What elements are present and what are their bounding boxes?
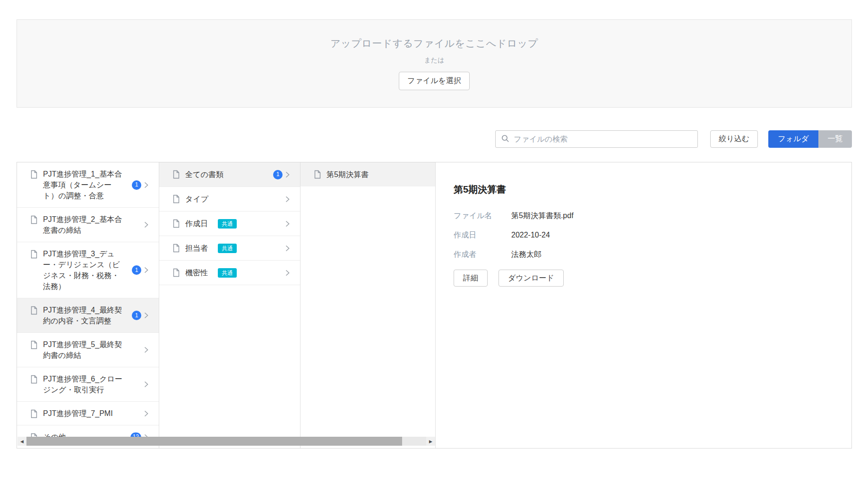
field-label-created-date: 作成日 — [454, 229, 511, 240]
folder-label: PJT進捗管理_2_基本合意書の締結 — [43, 214, 122, 236]
folder-label: PJT進捗管理_1_基本合意事項（タームシート）の調整・合意 — [43, 169, 122, 201]
document-icon — [30, 409, 38, 418]
category-label: 機密性 — [185, 267, 208, 278]
scroll-left-arrow-icon[interactable]: ◀ — [17, 437, 26, 446]
folder-label: PJT進捗管理_7_PMI — [43, 408, 122, 419]
chevron-right-icon — [285, 245, 290, 252]
chevron-right-icon — [144, 381, 148, 388]
scroll-right-arrow-icon[interactable]: ▶ — [426, 437, 435, 446]
category-item[interactable]: 機密性 共通 — [159, 261, 300, 285]
toolbar: 絞り込む フォルダ 一覧 — [495, 130, 852, 148]
folder-item[interactable]: PJT進捗管理_4_最終契約の内容・文言調整 1 — [17, 298, 159, 333]
scrollbar-thumb[interactable] — [26, 437, 402, 446]
folder-label: PJT進捗管理_3_デュー・デリジェンス（ビジネス・財務・税務・法務） — [43, 248, 122, 292]
file-item[interactable]: 第5期決算書 — [301, 162, 435, 186]
category-item[interactable]: 担当者 共通 — [159, 236, 300, 261]
folder-item[interactable]: PJT進捗管理_7_PMI — [17, 402, 159, 425]
field-label-author: 作成者 — [454, 249, 511, 260]
chevron-right-icon — [285, 220, 290, 227]
detail-field: ファイル名 第5期決算書類.pdf — [454, 210, 833, 221]
chevron-right-icon — [285, 196, 290, 203]
file-detail-fields: ファイル名 第5期決算書類.pdf 作成日 2022-10-24 作成者 法務太… — [454, 210, 833, 260]
horizontal-scrollbar[interactable]: ◀ ▶ — [17, 437, 435, 446]
detail-field: 作成者 法務太郎 — [454, 249, 833, 260]
document-icon — [30, 215, 38, 224]
folder-item[interactable]: PJT進捗管理_5_最終契約書の締結 — [17, 333, 159, 367]
download-button[interactable]: ダウンロード — [498, 270, 564, 287]
folder-item[interactable]: PJT進捗管理_2_基本合意書の締結 — [17, 208, 159, 242]
category-label: タイプ — [185, 194, 208, 204]
count-badge: 1 — [132, 311, 141, 320]
document-icon — [172, 170, 180, 179]
folder-item[interactable]: PJT進捗管理_1_基本合意事項（タームシート）の調整・合意 1 — [17, 162, 159, 208]
folder-column: PJT進捗管理_1_基本合意事項（タームシート）の調整・合意 1 PJT進捗管理… — [17, 162, 159, 448]
category-item[interactable]: 全ての書類 1 — [159, 162, 300, 187]
chevron-right-icon — [144, 267, 148, 273]
category-item[interactable]: タイプ — [159, 187, 300, 212]
document-icon — [172, 219, 180, 228]
file-browser: PJT進捗管理_1_基本合意事項（タームシート）の調整・合意 1 PJT進捗管理… — [17, 162, 852, 449]
file-detail-panel: 第5期決算書 ファイル名 第5期決算書類.pdf 作成日 2022-10-24 … — [436, 162, 851, 448]
common-tag: 共通 — [218, 268, 237, 278]
category-item[interactable]: 作成日 共通 — [159, 212, 300, 236]
document-icon — [30, 250, 38, 259]
count-badge: 1 — [132, 180, 141, 190]
upload-or-text: または — [424, 56, 445, 65]
file-column: 第5期決算書 — [301, 162, 436, 448]
view-list-button[interactable]: 一覧 — [818, 130, 852, 148]
document-icon — [172, 268, 180, 277]
chevron-right-icon — [285, 171, 290, 178]
file-manager-page: アップロードするファイルをここへドロップ または ファイルを選択 絞り込む フォ… — [0, 0, 868, 483]
scrollbar-track[interactable] — [26, 437, 426, 446]
count-badge: 1 — [273, 170, 283, 179]
document-icon — [314, 170, 321, 179]
folder-label: PJT進捗管理_6_クロージング・取引実行 — [43, 373, 122, 395]
detail-field: 作成日 2022-10-24 — [454, 229, 833, 240]
chevron-right-icon — [144, 182, 148, 188]
folder-item[interactable]: PJT進捗管理_6_クロージング・取引実行 — [17, 367, 159, 402]
field-value-filename: 第5期決算書類.pdf — [511, 210, 574, 221]
category-label: 全ての書類 — [185, 169, 223, 180]
filter-button[interactable]: 絞り込む — [710, 130, 758, 148]
folder-item[interactable]: PJT進捗管理_3_デュー・デリジェンス（ビジネス・財務・税務・法務） 1 — [17, 242, 159, 298]
file-detail-title: 第5期決算書 — [454, 183, 833, 196]
chevron-right-icon — [144, 221, 148, 228]
folder-label: PJT進捗管理_4_最終契約の内容・文言調整 — [43, 305, 122, 326]
category-label: 作成日 — [185, 218, 208, 229]
category-column: 全ての書類 1 タイプ 作成日 共通 — [159, 162, 301, 448]
folder-label: PJT進捗管理_5_最終契約書の締結 — [43, 339, 122, 361]
chevron-right-icon — [285, 270, 290, 276]
search-box — [495, 130, 698, 148]
upload-drop-text: アップロードするファイルをここへドロップ — [330, 37, 538, 50]
search-input[interactable] — [514, 135, 692, 144]
category-label: 担当者 — [185, 243, 208, 254]
document-icon — [30, 340, 38, 349]
document-icon — [172, 195, 180, 203]
document-icon — [30, 375, 38, 384]
view-folder-button[interactable]: フォルダ — [768, 130, 818, 148]
document-icon — [30, 306, 38, 315]
view-toggle: フォルダ 一覧 — [768, 130, 852, 148]
file-select-button[interactable]: ファイルを選択 — [399, 72, 470, 90]
detail-actions: 詳細 ダウンロード — [454, 270, 833, 287]
field-value-created-date: 2022-10-24 — [511, 229, 550, 240]
chevron-right-icon — [144, 347, 148, 353]
document-icon — [30, 170, 38, 179]
field-label-filename: ファイル名 — [454, 210, 511, 221]
search-icon — [501, 134, 509, 144]
file-label: 第5期決算書 — [327, 169, 369, 180]
count-badge: 1 — [132, 265, 141, 275]
chevron-right-icon — [144, 410, 148, 417]
common-tag: 共通 — [218, 219, 237, 229]
common-tag: 共通 — [218, 244, 237, 253]
field-value-author: 法務太郎 — [511, 249, 541, 260]
document-icon — [172, 244, 180, 253]
upload-dropzone[interactable]: アップロードするファイルをここへドロップ または ファイルを選択 — [17, 19, 852, 108]
chevron-right-icon — [144, 312, 148, 319]
detail-button[interactable]: 詳細 — [454, 270, 488, 287]
